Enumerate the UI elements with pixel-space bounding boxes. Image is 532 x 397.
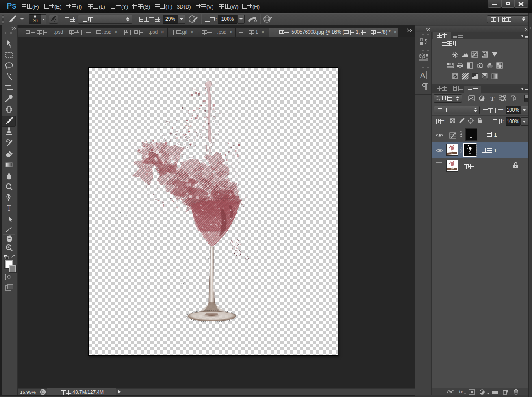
svg-text:T: T: [7, 204, 11, 212]
svg-text:A: A: [420, 71, 426, 80]
svg-text:T: T: [490, 95, 494, 101]
